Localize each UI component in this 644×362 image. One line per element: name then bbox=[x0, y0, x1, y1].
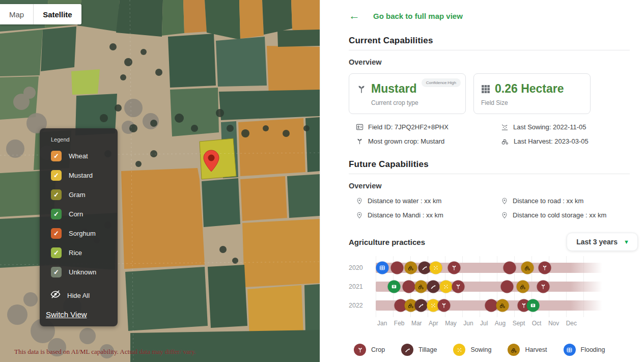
legend-item-label: Unknown bbox=[69, 268, 96, 276]
distance-row: Distance to road : xx km bbox=[501, 197, 630, 205]
harvest-icon bbox=[501, 137, 509, 145]
switch-view-link[interactable]: Switch View bbox=[46, 310, 87, 319]
stage-event-marker[interactable] bbox=[501, 280, 514, 293]
practice-legend-sowing: Sowing bbox=[453, 344, 491, 356]
detail-row: Field ID: 7JPQ2HF2+8PHX bbox=[356, 123, 501, 131]
satellite-map[interactable]: Map Satellite Legend ✓Wheat✓Mustard✓Gram… bbox=[0, 0, 320, 362]
month-label: Sept bbox=[513, 320, 525, 327]
back-arrow-icon[interactable]: ← bbox=[349, 10, 360, 21]
month-axis: JanFebMarAprMayJunJulAugSeptOctNovDec bbox=[377, 320, 577, 327]
practice-legend-harvest: Harvest bbox=[508, 344, 547, 356]
distance-row: Distance to cold storage : xx km bbox=[501, 211, 630, 219]
satellite-view-button[interactable]: Satellite bbox=[34, 4, 81, 24]
sowing-icon bbox=[501, 123, 509, 131]
current-capabilities-title: Current Capabilities bbox=[349, 36, 630, 46]
field-id-icon bbox=[356, 123, 363, 131]
month-label: Dec bbox=[566, 320, 577, 327]
detail-row: Most grown crop: Mustard bbox=[356, 137, 501, 145]
map-view-button[interactable]: Map bbox=[0, 4, 33, 24]
detail-text: Last Harvest: 2023-03-05 bbox=[514, 137, 589, 145]
timeline-row-2020: 2020 bbox=[349, 258, 630, 277]
crop-card-caption: Current crop type bbox=[371, 99, 459, 106]
crop-event-marker[interactable] bbox=[537, 280, 550, 293]
month-label: Aug bbox=[495, 320, 506, 327]
distance-row: Distance to water : xx km bbox=[356, 197, 501, 205]
timeline-row-2022: 2022 bbox=[349, 296, 630, 315]
tillage-event-marker[interactable] bbox=[418, 261, 431, 274]
crop-event-marker[interactable] bbox=[437, 299, 450, 312]
hide-all-label: Hide All bbox=[67, 292, 90, 299]
hide-all-button[interactable]: Hide All bbox=[50, 290, 113, 301]
map-type-control: Map Satellite bbox=[0, 4, 81, 24]
tillage-event-marker[interactable] bbox=[415, 299, 428, 312]
distance-text: Distance to water : xx km bbox=[368, 197, 441, 205]
legend-item-mustard: ✓Mustard bbox=[51, 170, 113, 181]
other-event-marker[interactable] bbox=[527, 299, 540, 312]
month-label: Feb bbox=[394, 320, 405, 327]
current-overview-label: Overview bbox=[349, 58, 630, 66]
sowing-event-marker[interactable] bbox=[439, 280, 452, 293]
future-overview-label: Overview bbox=[349, 182, 630, 190]
practice-legend-label: Harvest bbox=[525, 346, 547, 353]
field-location-pin[interactable] bbox=[203, 150, 220, 174]
month-label: Apr bbox=[429, 320, 438, 327]
gram-checkbox[interactable]: ✓ bbox=[51, 189, 62, 200]
other-event-marker[interactable] bbox=[387, 280, 400, 293]
sorghum-checkbox[interactable]: ✓ bbox=[51, 228, 62, 239]
distance-row: Distance to Mandi : xx km bbox=[356, 211, 501, 219]
legend-item-gram: ✓Gram bbox=[51, 189, 113, 200]
back-to-map-link[interactable]: Go back to full map view bbox=[373, 12, 463, 20]
field-detail-panel: ← Go back to full map view Current Capab… bbox=[320, 0, 644, 362]
legend-item-corn: ✓Corn bbox=[51, 209, 113, 219]
tillage-event-marker[interactable] bbox=[427, 280, 440, 293]
harvest-event-marker[interactable] bbox=[517, 280, 529, 293]
pin-icon bbox=[356, 197, 363, 205]
harvest-event-marker[interactable] bbox=[415, 280, 428, 293]
wheat-checkbox[interactable]: ✓ bbox=[51, 151, 62, 161]
harvest-icon bbox=[508, 344, 520, 356]
stage-event-marker[interactable] bbox=[391, 261, 404, 274]
harvest-event-marker[interactable] bbox=[404, 261, 417, 274]
stage-event-marker[interactable] bbox=[485, 299, 497, 312]
legend-item-sorghum: ✓Sorghum bbox=[51, 228, 113, 239]
month-label: Jul bbox=[480, 320, 488, 327]
distance-details: Distance to water : xx kmDistance to roa… bbox=[356, 197, 630, 219]
practice-legend-label: Tillage bbox=[418, 346, 437, 353]
month-label: Jun bbox=[463, 320, 473, 327]
month-label: May bbox=[445, 320, 457, 327]
stage-event-marker[interactable] bbox=[402, 280, 415, 293]
chevron-down-icon: ▼ bbox=[624, 239, 629, 245]
harvest-event-marker[interactable] bbox=[496, 299, 509, 312]
crop-event-marker[interactable] bbox=[452, 280, 465, 293]
eye-off-icon bbox=[50, 290, 61, 301]
practice-legend-label: Sowing bbox=[470, 346, 491, 353]
crop-icon bbox=[354, 344, 366, 356]
year-label: 2020 bbox=[349, 264, 369, 271]
crop-event-marker[interactable] bbox=[538, 261, 551, 274]
pin-icon bbox=[356, 211, 363, 219]
field-size-value: 0.26 Hectare bbox=[495, 82, 564, 96]
flooding-icon bbox=[564, 344, 576, 356]
crop-event-marker[interactable] bbox=[447, 261, 460, 274]
pin-icon bbox=[501, 197, 508, 205]
harvest-event-marker[interactable] bbox=[521, 261, 534, 274]
legend-title: Legend bbox=[51, 136, 113, 143]
rice-checkbox[interactable]: ✓ bbox=[51, 247, 62, 258]
future-capabilities-title: Future Capabilities bbox=[349, 159, 630, 170]
legend-item-label: Rice bbox=[69, 249, 82, 257]
sowing-event-marker[interactable] bbox=[429, 261, 442, 274]
current-crop-value: Mustard bbox=[371, 82, 416, 96]
flooding-event-marker[interactable] bbox=[376, 261, 389, 274]
practice-legend-crop: Crop bbox=[354, 344, 385, 356]
detail-text: Last Sowing: 2022-11-05 bbox=[513, 123, 586, 131]
legend-item-wheat: ✓Wheat bbox=[51, 151, 113, 161]
mustard-checkbox[interactable]: ✓ bbox=[51, 170, 62, 181]
corn-checkbox[interactable]: ✓ bbox=[51, 209, 62, 219]
unknown-checkbox[interactable]: ✓ bbox=[51, 267, 62, 277]
field-intelligence-app: Map Satellite Legend ✓Wheat✓Mustard✓Gram… bbox=[0, 0, 644, 362]
month-label: Nov bbox=[548, 320, 559, 327]
practices-legend: CropTillageSowingHarvestFlooding bbox=[354, 344, 630, 356]
detail-text: Field ID: 7JPQ2HF2+8PHX bbox=[368, 123, 449, 131]
year-range-dropdown[interactable]: Last 3 years ▼ bbox=[567, 233, 638, 251]
stage-event-marker[interactable] bbox=[503, 261, 516, 274]
